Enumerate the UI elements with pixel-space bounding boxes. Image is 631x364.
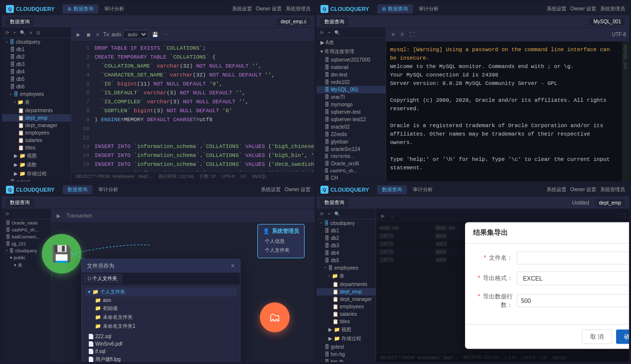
more-btn[interactable]: ⋯ <box>162 31 171 38</box>
q2-subtab[interactable]: 数据查询 <box>320 17 348 26</box>
q4-tree-db3[interactable]: 🗄 db3 <box>316 242 376 249</box>
q2-terminal[interactable]: mysql: [Warning] Using a password on the… <box>386 42 622 181</box>
tree-employees[interactable]: ▾ 🗄 employees <box>2 90 71 98</box>
q2-refresh-icon[interactable]: ⟳ <box>318 30 325 36</box>
q3-file-if[interactable]: 📄 if.sql <box>85 348 237 355</box>
q2-tree-glyeban[interactable]: 🗄 glyeban <box>316 138 386 146</box>
q3-personal-info[interactable]: 个人信息 <box>263 237 299 246</box>
q4-tree-titles[interactable]: 📋 titles <box>316 318 376 325</box>
q2-add-icon[interactable]: + <box>326 30 332 36</box>
tx-select[interactable]: auto <box>123 30 148 39</box>
q3-folder-unnamed1[interactable]: 📁 未命名文件夹1 <box>85 322 237 331</box>
q2-tab-data-query[interactable]: ⊞ 数据查询 <box>377 4 413 13</box>
q4-tree-db4[interactable]: 🗄 db4 <box>316 249 376 257</box>
tree-tables-folder[interactable]: ▾ 📁 表 <box>2 98 71 107</box>
tree-gvtest[interactable]: 🗄 gvtest <box>2 178 71 181</box>
q4-tree-hmtb[interactable]: 🗄 hm-tb <box>316 358 376 363</box>
q3-trans[interactable]: Transaction <box>65 212 94 219</box>
q2-tree-ch[interactable]: 🗄 CH <box>316 174 386 181</box>
q4-search[interactable]: 🔍 <box>333 211 341 217</box>
q3-folder-personal[interactable]: ▾ 📁 个人文件夹 <box>85 288 237 296</box>
q2-tree-longid[interactable]: 🗄 78979789... <box>316 153 386 160</box>
q3-tab-personal-folder[interactable]: □ 个人文件夹 <box>83 274 122 284</box>
q4-rows-input[interactable] <box>517 294 630 307</box>
q2-tree-sqltest[interactable]: 🗄 sqlserver-test <box>316 108 386 116</box>
q2-tree-cash[interactable]: 🗄 cashPG_sh... <box>316 167 386 174</box>
q4-tree-depts[interactable]: 📋 departments <box>316 281 376 288</box>
stop-btn[interactable]: ◼ <box>84 31 92 38</box>
tree-titles[interactable]: 📋 titles <box>2 144 71 151</box>
q1-subtab-data[interactable]: 数据查询 <box>6 17 34 26</box>
q2-tree-oracle6[interactable]: 🗄 Oracle_orcl6 <box>316 160 386 167</box>
q2-copy-btn[interactable]: ⎘ <box>399 31 406 38</box>
q4-untitled-tab[interactable]: Untitled <box>568 199 593 207</box>
q4-tree-deptemp[interactable]: 📋 dept_emp <box>316 288 376 295</box>
q2-tab-audit[interactable]: 审计分析 <box>414 4 444 13</box>
q4-tree-employees2[interactable]: 📋 employees <box>316 303 376 310</box>
filter-icon[interactable]: ≡ <box>28 30 33 36</box>
q1-tab-audit[interactable]: 审计分析 <box>99 4 129 13</box>
refresh-icon[interactable]: ⟳ <box>4 30 11 36</box>
q4-tree-emp[interactable]: ▾ 🗄 employees <box>316 264 376 272</box>
q1-tab-data-query[interactable]: ⊞ 数据查询 <box>63 4 98 13</box>
q4-subtab[interactable]: 数据查询 <box>320 198 348 207</box>
search-icon[interactable]: 🔍 <box>18 30 27 36</box>
q2-tree-22redis[interactable]: 🗄 22redis <box>316 131 386 138</box>
run-btn[interactable]: ▶ <box>75 31 82 38</box>
q4-tree-hmhg[interactable]: 🗄 hm-hg <box>316 351 376 358</box>
tree-db3[interactable]: 🗄 db3 <box>2 61 71 68</box>
q4-tree-gvtest[interactable]: 🗄 gvtest <box>316 343 376 351</box>
tree-db2[interactable]: 🗄 db2 <box>2 53 71 61</box>
q3-folder-sq[interactable]: 📁 初始值 <box>85 304 237 313</box>
q3-file-user[interactable]: 📄 用户建fl.lpg <box>85 355 237 363</box>
q4-cancel-btn[interactable]: 取 消 <box>582 329 612 344</box>
q4-tab-audit[interactable]: 审计分析 <box>408 185 438 194</box>
tree-functions[interactable]: ▶ 📁 函数 <box>2 160 71 169</box>
q3-run[interactable]: ▶ <box>55 212 63 219</box>
q3-save-fab[interactable]: 💾 <box>42 234 81 274</box>
q3-tab-data-query[interactable]: 数据查询 <box>63 185 92 194</box>
q4-deptemp-tab[interactable]: dept_emp <box>595 199 625 207</box>
q4-tree-deptmgr[interactable]: 📋 dept_manager <box>316 295 376 303</box>
tree-dept-manager[interactable]: 📋 dept_manager <box>2 122 71 129</box>
q4-tree-cq[interactable]: ▾ 🗄 cloudquery <box>316 219 376 227</box>
save-btn[interactable]: 💾 <box>150 31 160 38</box>
tree-db4[interactable]: 🗄 db4 <box>2 68 71 75</box>
q2-tree-sql2017[interactable]: 🗄 sqlserver2017000 <box>316 56 386 64</box>
q2-tree-mymongo[interactable]: 🗄 mymongo <box>316 101 386 108</box>
q1-code-editor[interactable]: 1DROP TABLE IF EXISTS `COLLATIONS`; 2CRE… <box>72 42 315 171</box>
q4-refresh[interactable]: ⟳ <box>318 211 325 217</box>
q3-tab-audit[interactable]: 审计分析 <box>93 185 123 194</box>
tree-departments[interactable]: 📋 departments <box>2 107 71 114</box>
q2-tree-mysql001[interactable]: 🗄 MySQL_001 <box>316 86 386 93</box>
collapse-icon[interactable]: ⊟ <box>35 30 42 36</box>
tree-views[interactable]: ▶ 📁 视图 <box>2 151 71 160</box>
q3-folder-unnamed[interactable]: 📁 未命名文件夹 <box>85 313 237 322</box>
q2-tree-redis[interactable]: 🗄 redis102 <box>316 78 386 86</box>
q4-tree-tables[interactable]: ▾ 📁 表 <box>316 272 376 281</box>
q4-tab-data-query[interactable]: 数据查询 <box>377 185 407 194</box>
q2-tree-sqltest12[interactable]: 🗄 sqlserver-test12 <box>316 116 386 123</box>
q4-add[interactable]: + <box>326 211 332 217</box>
q4-tree-db2[interactable]: 🗄 db2 <box>316 234 376 242</box>
tree-dept-emp[interactable]: 📋 dept_emp <box>2 114 71 122</box>
q3-tree-bad[interactable]: 🗄 badConnect... <box>2 233 51 240</box>
q2-tree-aclass[interactable]: ▶ A类 <box>316 38 386 47</box>
q4-tree-views[interactable]: ▶ 📁 视图 <box>316 325 376 334</box>
q3-dialog-close[interactable]: ✕ <box>231 263 235 269</box>
q4-confirm-btn[interactable]: 确 定 <box>616 329 629 344</box>
q2-clear-btn[interactable]: ✕ <box>389 31 397 38</box>
tree-db1[interactable]: 🗄 db1 <box>2 46 71 53</box>
q4-filename-input[interactable] <box>517 251 630 264</box>
q3-refresh[interactable]: ⟳ <box>4 211 11 217</box>
q2-tree-common[interactable]: ▾ 常用连接管理 <box>316 47 386 56</box>
tree-procedures[interactable]: ▶ 📁 存储过程 <box>2 169 71 178</box>
q2-tree-dm[interactable]: 🗄 dm-test <box>316 71 386 78</box>
q2-tree-oract[interactable]: 🗄 oracTI <box>316 93 386 101</box>
q3-file-222[interactable]: 📄 222.sql <box>85 333 237 340</box>
q4-tree-salaries[interactable]: 📋 salaries <box>316 310 376 318</box>
q4-tree-db5[interactable]: 🗄 db5 <box>316 257 376 264</box>
q1-active-tab[interactable]: dept_emp.c <box>277 18 311 25</box>
q3-tree-cash[interactable]: 🗄 cashPG_sh... <box>2 226 51 233</box>
q2-active-db[interactable]: MySQL_001 <box>589 18 625 25</box>
